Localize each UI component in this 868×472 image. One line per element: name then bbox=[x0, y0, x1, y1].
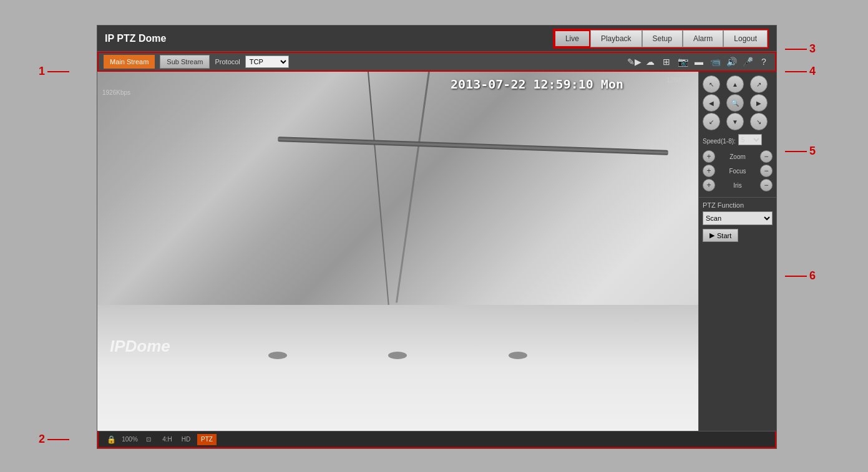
annotation-4: 4 bbox=[785, 65, 816, 78]
ptz-start-icon: ▶ bbox=[710, 231, 714, 239]
layout-icon[interactable]: ▬ bbox=[693, 55, 705, 68]
ptz-up-button[interactable]: ▲ bbox=[726, 75, 744, 93]
app-title: IP PTZ Dome bbox=[105, 33, 166, 44]
annotation-5: 5 bbox=[785, 145, 816, 158]
annotation-6: 6 bbox=[785, 269, 816, 282]
nav-logout-button[interactable]: Logout bbox=[723, 30, 768, 47]
ptz-down-left-button[interactable]: ↙ bbox=[703, 113, 720, 130]
ptz-iris-plus-button[interactable]: + bbox=[703, 179, 715, 191]
ptz-left-button[interactable]: ◀ bbox=[703, 94, 720, 112]
help-icon[interactable]: ? bbox=[758, 55, 770, 68]
video-dot-3 bbox=[509, 352, 527, 359]
ptz-zoom-label: Zoom bbox=[718, 153, 758, 160]
ptz-focus-plus-button[interactable]: + bbox=[703, 165, 715, 177]
nav-group: Live Playback Setup Alarm Logout bbox=[553, 29, 769, 49]
bottom-bar: 🔒 100% ⊡ 4:H HD PTZ bbox=[97, 431, 776, 448]
toolbar-row: Main Stream Sub Stream Protocol TCP UDP … bbox=[97, 52, 776, 72]
ptz-iris-row: + Iris − bbox=[703, 179, 773, 191]
nav-live-button[interactable]: Live bbox=[554, 30, 590, 47]
ratio-icon[interactable]: 4:H bbox=[160, 433, 175, 446]
nav-setup-button[interactable]: Setup bbox=[642, 30, 683, 47]
annotation-1: 1 bbox=[39, 65, 69, 78]
ptz-up-right-button[interactable]: ↗ bbox=[750, 75, 768, 93]
ptz-speed-label: Speed(1-8): bbox=[703, 138, 736, 145]
zoom-100-label[interactable]: 100% bbox=[122, 433, 137, 446]
video-timestamp: 2013-07-22 12:59:10 Mon bbox=[451, 77, 623, 92]
ptz-focus-minus-button[interactable]: − bbox=[760, 165, 773, 177]
annotation-3: 3 bbox=[785, 42, 816, 55]
right-panel: ↖ ▲ ↗ ◀ 🔍 ▶ ↙ ▼ ↘ Speed(1-8): bbox=[698, 72, 776, 431]
ptz-zoom-button[interactable]: 🔍 bbox=[726, 94, 744, 112]
cloud-icon[interactable]: ☁ bbox=[644, 55, 656, 68]
ptz-up-left-button[interactable]: ↖ bbox=[703, 75, 720, 93]
main-container: IP PTZ Dome Live Playback Setup Alarm Lo… bbox=[97, 25, 777, 449]
record-icon[interactable]: 📹 bbox=[709, 55, 721, 68]
ptz-zoom-row: + Zoom − bbox=[703, 150, 773, 163]
protocol-label: Protocol bbox=[215, 58, 240, 65]
ptz-start-label: Start bbox=[717, 232, 731, 239]
sub-stream-button[interactable]: Sub Stream bbox=[160, 55, 210, 69]
protocol-select[interactable]: TCP UDP Multicast bbox=[245, 55, 289, 68]
nav-alarm-button[interactable]: Alarm bbox=[683, 30, 723, 47]
main-stream-button[interactable]: Main Stream bbox=[104, 55, 155, 69]
toolbar-icons: ✎▶ ☁ ⊞ 📷 ▬ 📹 🔊 🎤 ? bbox=[628, 55, 770, 68]
snapshot-icon[interactable]: 📷 bbox=[676, 55, 689, 68]
ptz-right-button[interactable]: ▶ bbox=[750, 94, 768, 112]
ptz-speed-select[interactable]: 5 1234 678 bbox=[738, 134, 762, 145]
fullscreen-icon[interactable]: ⊞ bbox=[660, 55, 673, 68]
ptz-function-title: PTZ Function bbox=[703, 201, 773, 209]
ptz-function-select[interactable]: Scan Preset Tour Pattern Pan bbox=[703, 211, 773, 225]
ptz-down-button[interactable]: ▼ bbox=[726, 113, 744, 130]
content-area: 1926Kbps 1280*720 2013-07-22 12:59:10 Mo… bbox=[97, 72, 776, 431]
hd-icon[interactable]: HD bbox=[178, 433, 193, 446]
ptz-direction-grid: ↖ ▲ ↗ ◀ 🔍 ▶ ↙ ▼ ↘ bbox=[703, 75, 773, 130]
ptz-iris-label: Iris bbox=[718, 182, 758, 189]
ptz-icon[interactable]: ✎▶ bbox=[628, 55, 640, 68]
ptz-speed-row: Speed(1-8): 5 1234 678 bbox=[703, 134, 773, 148]
ptz-function-panel: PTZ Function Scan Preset Tour Pattern Pa… bbox=[699, 198, 776, 431]
video-dots bbox=[97, 352, 698, 359]
ptz-toggle-button[interactable]: PTZ bbox=[197, 434, 217, 445]
ptz-zoom-plus-button[interactable]: + bbox=[703, 150, 715, 163]
ptz-start-button[interactable]: ▶ Start bbox=[703, 229, 738, 242]
lock-icon[interactable]: 🔒 bbox=[104, 433, 119, 446]
fit-icon[interactable]: ⊡ bbox=[141, 433, 156, 446]
video-dot-1 bbox=[268, 352, 287, 359]
ptz-iris-minus-button[interactable]: − bbox=[760, 179, 773, 191]
video-area: 1926Kbps 1280*720 2013-07-22 12:59:10 Mo… bbox=[97, 72, 698, 431]
ptz-focus-row: + Focus − bbox=[703, 165, 773, 177]
video-bottom bbox=[97, 305, 698, 431]
header: IP PTZ Dome Live Playback Setup Alarm Lo… bbox=[97, 26, 776, 52]
ptz-down-right-button[interactable]: ↘ bbox=[750, 113, 768, 130]
nav-playback-button[interactable]: Playback bbox=[590, 30, 642, 47]
ptz-focus-label: Focus bbox=[718, 168, 758, 175]
mic-icon[interactable]: 🎤 bbox=[741, 55, 754, 68]
audio-icon[interactable]: 🔊 bbox=[725, 55, 738, 68]
video-resolution: 1280*720 bbox=[666, 77, 693, 84]
ptz-zoom-minus-button[interactable]: − bbox=[760, 150, 773, 163]
video-dot-2 bbox=[388, 352, 407, 359]
annotation-2: 2 bbox=[39, 433, 69, 446]
ptz-controls: ↖ ▲ ↗ ◀ 🔍 ▶ ↙ ▼ ↘ Speed(1-8): bbox=[699, 72, 776, 198]
video-bitrate: 1926Kbps bbox=[102, 89, 130, 96]
